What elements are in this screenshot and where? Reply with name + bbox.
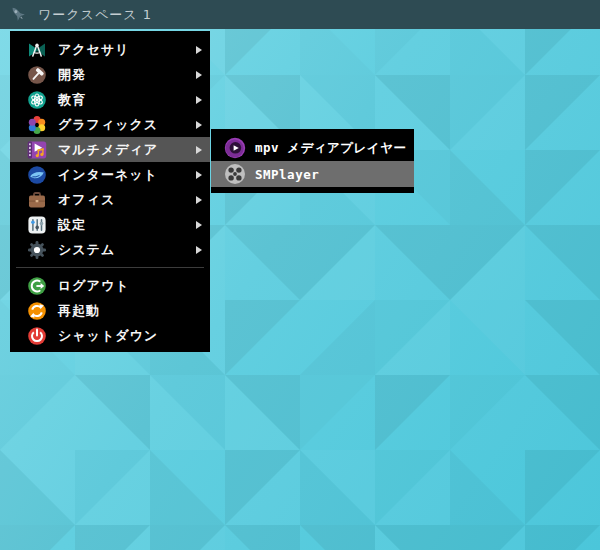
- submenu-arrow-icon: [196, 121, 202, 129]
- menu-item-label: 開発: [58, 66, 185, 84]
- development-icon: [27, 65, 47, 85]
- top-panel: ワークスペース 1: [0, 0, 600, 29]
- menu-item-logout[interactable]: ログアウト: [10, 273, 210, 298]
- shutdown-icon: [27, 326, 47, 346]
- menu-item-graphics[interactable]: グラフィックス: [10, 112, 210, 137]
- menu-item-label: アクセサリ: [58, 41, 185, 59]
- submenu-arrow-icon: [196, 221, 202, 229]
- logout-icon: [27, 276, 47, 296]
- submenu-arrow-icon: [196, 246, 202, 254]
- workspace-label: ワークスペース 1: [38, 6, 152, 24]
- menu-item-shutdown[interactable]: シャットダウン: [10, 323, 210, 348]
- menu-item-settings[interactable]: 設定: [10, 212, 210, 237]
- menu-item-system[interactable]: システム: [10, 237, 210, 262]
- menu-item-label: 教育: [58, 91, 185, 109]
- multimedia-icon: [27, 140, 47, 160]
- restart-icon: [27, 301, 47, 321]
- menu-item-label: グラフィックス: [58, 116, 185, 134]
- settings-icon: [27, 215, 47, 235]
- menu-item-multimedia[interactable]: マルチメディア: [10, 137, 210, 162]
- submenu-arrow-icon: [196, 196, 202, 204]
- internet-icon: [27, 165, 47, 185]
- submenu-item-label: SMPlayer: [255, 167, 319, 182]
- submenu-arrow-icon: [196, 96, 202, 104]
- menu-item-label: ログアウト: [58, 277, 202, 295]
- accessories-icon: [27, 40, 47, 60]
- menu-item-label: シャットダウン: [58, 327, 202, 345]
- submenu-arrow-icon: [196, 71, 202, 79]
- graphics-icon: [27, 115, 47, 135]
- menu-item-education[interactable]: 教育: [10, 87, 210, 112]
- menu-item-label: システム: [58, 241, 185, 259]
- submenu-item-mpv[interactable]: mpv メディアプレイヤー: [211, 135, 414, 161]
- mpv-icon: [224, 137, 246, 159]
- menu-item-label: マルチメディア: [58, 141, 185, 159]
- menu-item-accessories[interactable]: アクセサリ: [10, 37, 210, 62]
- submenu-arrow-icon: [196, 146, 202, 154]
- menu-item-label: 設定: [58, 216, 185, 234]
- menu-item-label: インターネット: [58, 166, 185, 184]
- submenu-arrow-icon: [196, 46, 202, 54]
- multimedia-submenu: mpv メディアプレイヤー SMPlayer: [211, 129, 414, 193]
- menu-item-label: オフィス: [58, 191, 185, 209]
- menu-item-internet[interactable]: インターネット: [10, 162, 210, 187]
- rocket-icon: [8, 4, 29, 25]
- applications-menu: アクセサリ 開発: [10, 31, 210, 352]
- menu-item-label: 再起動: [58, 302, 202, 320]
- submenu-arrow-icon: [196, 171, 202, 179]
- education-icon: [27, 90, 47, 110]
- office-icon: [27, 190, 47, 210]
- menu-separator: [16, 267, 204, 268]
- system-icon: [27, 240, 47, 260]
- smplayer-icon: [224, 163, 246, 185]
- menu-item-development[interactable]: 開発: [10, 62, 210, 87]
- menu-item-restart[interactable]: 再起動: [10, 298, 210, 323]
- menu-item-office[interactable]: オフィス: [10, 187, 210, 212]
- submenu-item-label: mpv メディアプレイヤー: [255, 140, 406, 157]
- submenu-item-smplayer[interactable]: SMPlayer: [211, 161, 414, 187]
- desktop: ワークスペース 1 アクセサリ: [0, 0, 600, 550]
